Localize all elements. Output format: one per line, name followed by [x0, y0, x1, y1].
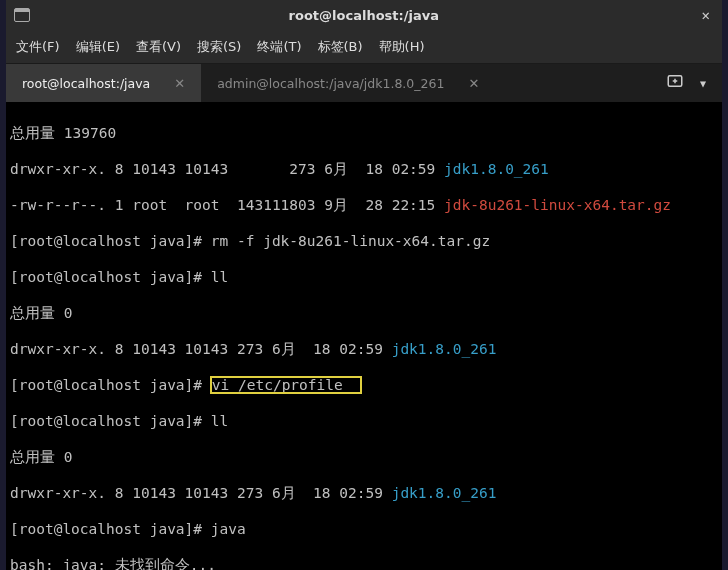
term-line: 总用量 0: [10, 448, 718, 466]
close-icon[interactable]: ✕: [698, 7, 714, 23]
dir-name: jdk1.8.0_261: [392, 341, 497, 357]
menu-help[interactable]: 帮助(H): [379, 38, 425, 56]
term-line: [root@localhost java]# java: [10, 520, 718, 538]
dir-name: jdk1.8.0_261: [392, 485, 497, 501]
term-line: 总用量 139760: [10, 124, 718, 142]
terminal-output[interactable]: 总用量 139760 drwxr-xr-x. 8 10143 10143 273…: [6, 102, 722, 570]
chevron-down-icon[interactable]: ▼: [700, 78, 706, 89]
tab-1[interactable]: root@localhost:/java ✕: [6, 64, 201, 102]
term-line: drwxr-xr-x. 8 10143 10143 273 6月 18 02:5…: [10, 160, 718, 178]
tabbar-actions: ▼: [650, 64, 722, 102]
titlebar: root@localhost:/java ✕: [6, 0, 722, 30]
menu-search[interactable]: 搜索(S): [197, 38, 241, 56]
menu-file[interactable]: 文件(F): [16, 38, 60, 56]
tab-2[interactable]: admin@localhost:/java/jdk1.8.0_261 ✕: [201, 64, 495, 102]
terminal-icon: [14, 8, 30, 22]
menu-edit[interactable]: 编辑(E): [76, 38, 120, 56]
file-name: jdk-8u261-linux-x64.tar.gz: [444, 197, 671, 213]
term-line: bash: java: 未找到命令...: [10, 556, 718, 570]
term-line: -rw-r--r--. 1 root root 143111803 9月 28 …: [10, 196, 718, 214]
new-tab-icon[interactable]: [666, 72, 684, 94]
tab-label: admin@localhost:/java/jdk1.8.0_261: [217, 76, 444, 91]
term-line: 总用量 0: [10, 304, 718, 322]
menu-tabs[interactable]: 标签(B): [318, 38, 363, 56]
term-line: [root@localhost java]# rm -f jdk-8u261-l…: [10, 232, 718, 250]
term-line: [root@localhost java]# ll: [10, 412, 718, 430]
term-line: [root@localhost java]# vi /etc/profile: [10, 376, 718, 394]
menu-view[interactable]: 查看(V): [136, 38, 181, 56]
terminal-window: root@localhost:/java ✕ 文件(F) 编辑(E) 查看(V)…: [6, 0, 722, 570]
window-title: root@localhost:/java: [38, 8, 690, 23]
term-line: drwxr-xr-x. 8 10143 10143 273 6月 18 02:5…: [10, 484, 718, 502]
menubar: 文件(F) 编辑(E) 查看(V) 搜索(S) 终端(T) 标签(B) 帮助(H…: [6, 30, 722, 64]
menu-terminal[interactable]: 终端(T): [257, 38, 301, 56]
tab-close-icon[interactable]: ✕: [468, 76, 479, 91]
term-line: [root@localhost java]# ll: [10, 268, 718, 286]
highlighted-command: vi /etc/profile: [211, 377, 361, 393]
term-line: drwxr-xr-x. 8 10143 10143 273 6月 18 02:5…: [10, 340, 718, 358]
tab-label: root@localhost:/java: [22, 76, 150, 91]
dir-name: jdk1.8.0_261: [444, 161, 549, 177]
tab-close-icon[interactable]: ✕: [174, 76, 185, 91]
tabbar: root@localhost:/java ✕ admin@localhost:/…: [6, 64, 722, 102]
